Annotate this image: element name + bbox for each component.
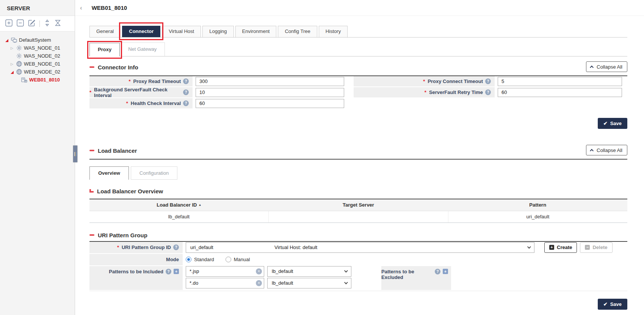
- help-icon[interactable]: ?: [166, 269, 171, 274]
- subtab-label: Proxy: [98, 47, 111, 52]
- field-label-cell: * Background ServerFault Check Interval …: [89, 87, 193, 97]
- column-load-balancer-id[interactable]: Load Balancer ID▲: [89, 199, 269, 211]
- background-serverfault-check-interval-input[interactable]: [196, 88, 344, 97]
- create-label: Create: [557, 244, 572, 250]
- help-icon[interactable]: ?: [485, 89, 491, 95]
- help-icon[interactable]: ?: [183, 100, 189, 106]
- column-target-server[interactable]: Target Server: [269, 199, 448, 211]
- plus-square-icon: [5, 19, 13, 28]
- help-icon[interactable]: ?: [183, 89, 189, 95]
- load-balancer-collapse-all-button[interactable]: Collapse All: [586, 145, 627, 155]
- help-icon[interactable]: ?: [485, 78, 491, 84]
- add-pattern-icon[interactable]: +: [443, 269, 448, 274]
- tab-overview[interactable]: Overview: [89, 166, 129, 180]
- subtab-proxy[interactable]: Proxy: [89, 43, 120, 56]
- collapse-all-icon: [55, 19, 61, 28]
- radio-label: Manual: [234, 257, 250, 262]
- proxy-read-timeout-input[interactable]: [196, 77, 344, 86]
- caret-collapsed-icon[interactable]: ▷: [11, 62, 14, 66]
- connector-collapse-all-button[interactable]: Collapse All: [586, 61, 627, 72]
- edit-icon: [28, 19, 35, 28]
- tab-history[interactable]: History: [319, 26, 348, 37]
- tree-item-label: WEB01_8010: [29, 77, 60, 83]
- connector-save-button[interactable]: ✔ Save: [598, 118, 627, 129]
- section-collapse-icon[interactable]: [89, 234, 94, 236]
- tree-item-web-node-01[interactable]: ▷ WEB_NODE_01: [2, 60, 73, 68]
- section-collapse-icon[interactable]: [89, 66, 94, 68]
- expand-all-button[interactable]: [44, 19, 50, 28]
- main-tabbar: General Connector Virtual Host Logging E…: [89, 26, 627, 38]
- selected-value: lb_default: [272, 268, 293, 274]
- mode-standard-option[interactable]: Standard: [186, 257, 214, 262]
- tab-config-tree[interactable]: Config Tree: [278, 26, 317, 37]
- field-label-cell: * Proxy Read Timeout ?: [89, 76, 193, 86]
- field-label: ServerFault Retry Time: [429, 89, 483, 95]
- remove-node-button[interactable]: [17, 19, 24, 28]
- tab-connector[interactable]: Connector: [122, 26, 160, 37]
- load-balancer-tabbar: Overview Configuration: [89, 166, 627, 180]
- included-pattern-input[interactable]: [186, 278, 264, 288]
- pattern-target-select[interactable]: lb_default: [267, 278, 351, 288]
- globe-icon: [16, 61, 22, 67]
- subtab-net-gateway[interactable]: Net Gateway: [120, 42, 165, 56]
- selected-value: lb_default: [272, 280, 293, 286]
- uri-pattern-save-button[interactable]: ✔ Save: [598, 299, 627, 310]
- collapse-all-button[interactable]: [55, 19, 61, 28]
- section-collapse-icon[interactable]: [89, 150, 94, 151]
- field-label-cell: Mode: [89, 254, 183, 265]
- included-pattern-input[interactable]: [186, 266, 264, 277]
- tree-item-was-node-01[interactable]: ▷ WAS_NODE_01: [2, 44, 73, 52]
- pattern-target-select[interactable]: lb_default: [267, 266, 351, 277]
- subsection-corner-icon: [89, 189, 94, 193]
- check-icon: ✔: [603, 301, 608, 307]
- sidebar-splitter-handle[interactable]: [73, 145, 78, 163]
- add-node-button[interactable]: [5, 19, 13, 28]
- load-balancer-table: Load Balancer ID▲ Target Server Pattern …: [89, 199, 627, 223]
- add-pattern-icon[interactable]: +: [174, 269, 179, 274]
- delete-button[interactable]: − Delete: [580, 242, 612, 253]
- radio-unselected-icon[interactable]: [226, 257, 231, 262]
- caret-collapsed-icon[interactable]: ▷: [11, 46, 14, 50]
- pattern-row: × lb_default: [186, 278, 351, 288]
- proxy-connect-timeout-input[interactable]: [498, 77, 622, 86]
- tab-environment[interactable]: Environment: [235, 26, 277, 37]
- tree-item-web-node-02[interactable]: WEB_NODE_02: [2, 68, 73, 76]
- help-icon[interactable]: ?: [173, 244, 179, 250]
- radio-selected-icon[interactable]: [186, 257, 191, 262]
- field-label-cell: * ServerFault Retry Time ?: [354, 87, 495, 97]
- health-check-interval-input[interactable]: [196, 99, 344, 108]
- edit-node-button[interactable]: [28, 19, 35, 28]
- field-label: URI Pattern Group ID: [122, 244, 171, 250]
- help-icon[interactable]: ?: [435, 269, 440, 274]
- tree-item-label: WAS_NODE_02: [24, 53, 60, 59]
- help-icon[interactable]: ?: [183, 78, 189, 84]
- field-label-cell: Patterns to be Included ? +: [89, 266, 183, 290]
- mode-manual-option[interactable]: Manual: [226, 257, 250, 262]
- tab-general[interactable]: General: [89, 26, 121, 37]
- save-label: Save: [610, 301, 622, 307]
- globe-icon: [16, 69, 22, 75]
- required-asterisk: *: [423, 78, 425, 84]
- tab-logging[interactable]: Logging: [202, 26, 233, 37]
- collapse-sidebar-icon[interactable]: ‹: [80, 5, 82, 11]
- table-row[interactable]: lb_default uri_default: [89, 211, 627, 223]
- tree-item-was-node-02[interactable]: WAS_NODE_02: [2, 52, 73, 60]
- create-button[interactable]: + Create: [544, 242, 577, 253]
- connector-info-form: * Proxy Read Timeout ? * Proxy Connect T…: [89, 76, 627, 108]
- column-pattern[interactable]: Pattern: [448, 199, 627, 211]
- clear-icon[interactable]: ×: [256, 268, 262, 274]
- radio-label: Standard: [194, 257, 214, 262]
- required-asterisk: *: [117, 244, 119, 250]
- serverfault-retry-time-input[interactable]: [498, 88, 622, 97]
- tree-item-defaultsystem[interactable]: DefaultSystem: [2, 36, 73, 44]
- field-label-cell: * Health Check Interval ?: [89, 98, 193, 108]
- tree-item-web01-8010[interactable]: WEB01_8010: [2, 76, 73, 84]
- uri-pattern-group-id-select[interactable]: uri_default Virtual Host: default: [186, 242, 534, 253]
- clear-icon[interactable]: ×: [256, 280, 262, 286]
- minus-icon: −: [585, 245, 590, 250]
- page-title: WEB01_8010: [92, 5, 127, 11]
- tab-configuration[interactable]: Configuration: [131, 166, 177, 180]
- required-asterisk: *: [126, 100, 128, 106]
- tab-virtual-host[interactable]: Virtual Host: [162, 26, 201, 37]
- uri-pattern-group-header: URI Pattern Group: [89, 232, 627, 242]
